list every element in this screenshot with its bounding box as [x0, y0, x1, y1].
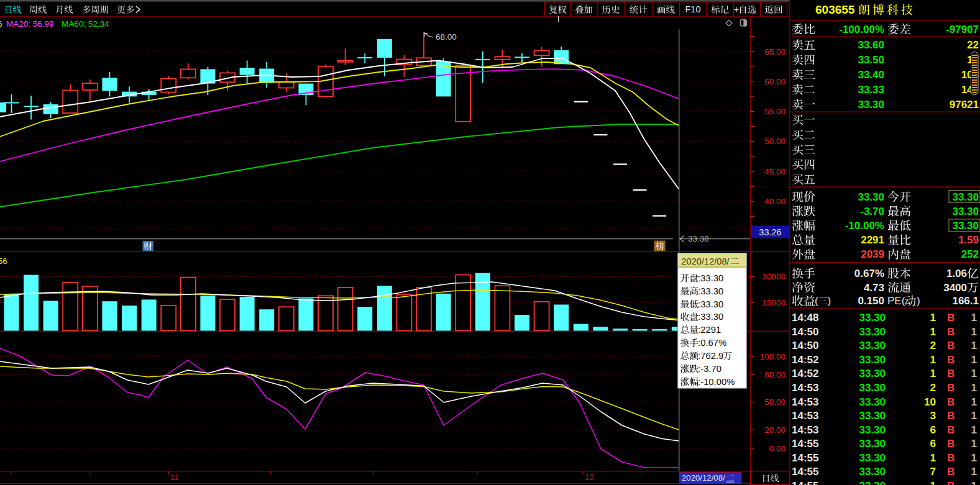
- svg-text:1: 1: [930, 354, 936, 366]
- svg-text:MA20: 56.99: MA20: 56.99: [6, 19, 54, 29]
- svg-text:33.30: 33.30: [859, 326, 886, 338]
- svg-text:+: +: [734, 4, 739, 14]
- svg-text::0.67%: :0.67%: [698, 338, 726, 348]
- svg-text:3400: 3400: [943, 282, 967, 294]
- svg-text:33.30: 33.30: [859, 396, 886, 408]
- svg-text:0.150: 0.150: [858, 295, 884, 307]
- svg-text:(: (: [815, 295, 818, 307]
- svg-text:B: B: [947, 312, 955, 324]
- svg-text:97621: 97621: [950, 99, 979, 111]
- svg-text:33.30: 33.30: [952, 220, 979, 232]
- svg-text:6: 6: [930, 424, 936, 436]
- svg-text:MA60: 52.34: MA60: 52.34: [62, 19, 109, 29]
- svg-text:40.00: 40.00: [764, 197, 785, 206]
- svg-text:603655: 603655: [815, 3, 855, 16]
- svg-text:1: 1: [971, 410, 977, 422]
- svg-text:33.30: 33.30: [858, 99, 884, 111]
- svg-text:33.30: 33.30: [859, 368, 886, 379]
- svg-text:10: 10: [924, 396, 936, 408]
- svg-text:33.30: 33.30: [859, 410, 886, 422]
- svg-text:33.30: 33.30: [859, 424, 886, 436]
- svg-text::33.30: :33.30: [698, 312, 723, 322]
- svg-text:1: 1: [971, 452, 977, 464]
- svg-text:6: 6: [930, 438, 936, 450]
- svg-text:33.30: 33.30: [859, 466, 886, 478]
- svg-text:B: B: [947, 354, 955, 366]
- svg-text:4.73: 4.73: [864, 282, 884, 294]
- svg-text:33.30: 33.30: [859, 340, 886, 351]
- svg-text:22: 22: [967, 39, 979, 51]
- svg-text:1.06: 1.06: [946, 268, 967, 279]
- svg-text::33.30: :33.30: [698, 286, 723, 296]
- svg-text:50.00: 50.00: [764, 137, 785, 146]
- svg-text:1: 1: [971, 396, 977, 408]
- svg-text::-10.00%: :-10.00%: [698, 377, 735, 387]
- svg-text:PE(: PE(: [887, 295, 905, 307]
- svg-text:-3.70: -3.70: [860, 206, 884, 217]
- svg-text:1: 1: [930, 480, 936, 485]
- svg-text:33.33: 33.33: [858, 84, 884, 96]
- svg-text:68.00: 68.00: [436, 32, 457, 42]
- svg-text:33.50: 33.50: [858, 54, 884, 66]
- svg-text::33.30: :33.30: [698, 299, 723, 309]
- svg-text:-97907: -97907: [946, 24, 979, 35]
- svg-text:2039: 2039: [861, 248, 884, 260]
- svg-text:80.00: 80.00: [764, 370, 785, 379]
- svg-text:65.00: 65.00: [764, 47, 785, 57]
- svg-text:14:53: 14:53: [792, 410, 818, 422]
- svg-text:1: 1: [971, 354, 977, 366]
- svg-text:1: 1: [971, 438, 977, 450]
- svg-text:7: 7: [930, 466, 936, 478]
- svg-text:14:53: 14:53: [792, 424, 818, 436]
- svg-text:): ): [828, 295, 831, 307]
- svg-text:33.30: 33.30: [858, 191, 884, 203]
- svg-text:33.40: 33.40: [858, 69, 884, 81]
- svg-text:33.30: 33.30: [952, 206, 979, 217]
- svg-text:166.1: 166.1: [952, 295, 979, 307]
- svg-text:1: 1: [971, 480, 977, 485]
- svg-text:14:55: 14:55: [792, 452, 818, 464]
- svg-text:14:48: 14:48: [792, 312, 818, 324]
- svg-text:3: 3: [930, 410, 936, 422]
- svg-text:15000: 15000: [762, 298, 785, 307]
- svg-text:B: B: [947, 382, 955, 394]
- svg-text:33.30: 33.30: [859, 354, 886, 366]
- svg-text:33.60: 33.60: [858, 39, 884, 51]
- svg-text:14:53: 14:53: [792, 396, 818, 408]
- svg-text:2291: 2291: [861, 234, 884, 246]
- svg-text:33.30: 33.30: [859, 452, 886, 464]
- svg-text:1: 1: [971, 368, 977, 379]
- svg-text::762.9: :762.9: [698, 351, 723, 361]
- svg-text:1: 1: [930, 452, 936, 464]
- svg-text:B: B: [947, 396, 955, 408]
- svg-text:B: B: [947, 480, 955, 485]
- svg-text:14:50: 14:50: [792, 326, 818, 338]
- svg-text:1: 1: [930, 312, 936, 324]
- svg-text:50.00: 50.00: [764, 397, 785, 407]
- svg-text:30000: 30000: [762, 272, 785, 281]
- svg-text:55.00: 55.00: [764, 107, 785, 116]
- svg-text:33.30: 33.30: [859, 438, 886, 450]
- svg-text:6: 6: [0, 19, 2, 29]
- svg-text:B: B: [947, 326, 955, 338]
- svg-text:1: 1: [971, 382, 977, 394]
- svg-text:12: 12: [585, 473, 593, 482]
- svg-text:1.59: 1.59: [958, 234, 979, 246]
- svg-text:14:52: 14:52: [792, 368, 818, 379]
- svg-text:-100.00%: -100.00%: [839, 24, 884, 35]
- svg-text:1: 1: [930, 326, 936, 338]
- svg-text:20.00: 20.00: [764, 425, 785, 435]
- svg-text:33.38: 33.38: [688, 234, 709, 243]
- svg-text:33.30: 33.30: [859, 480, 886, 485]
- svg-text:2020/12/08/: 2020/12/08/: [682, 256, 730, 266]
- svg-text:B: B: [947, 452, 955, 464]
- svg-text:0.00: 0.00: [769, 444, 785, 453]
- svg-text:11: 11: [170, 473, 179, 482]
- svg-text:33.26: 33.26: [759, 227, 781, 237]
- svg-text:14:52: 14:52: [792, 354, 818, 366]
- svg-text:B: B: [947, 466, 955, 478]
- svg-text:1: 1: [971, 340, 977, 351]
- svg-text::-3.70: :-3.70: [698, 364, 721, 374]
- svg-text:33.30: 33.30: [859, 382, 886, 394]
- svg-text:14:50: 14:50: [792, 340, 818, 351]
